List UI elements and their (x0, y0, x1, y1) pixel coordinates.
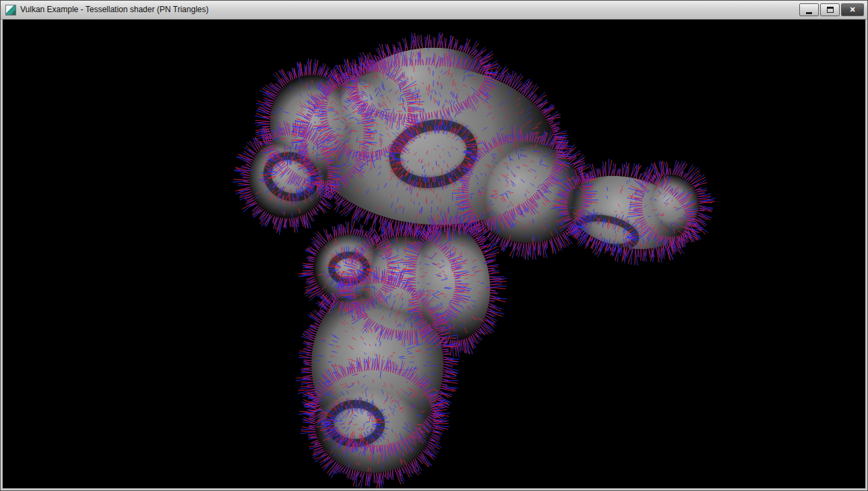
app-icon (5, 5, 16, 16)
close-icon: ✕ (849, 6, 855, 13)
title-bar[interactable]: Vulkan Example - Tessellation shader (PN… (1, 1, 867, 20)
app-window: Vulkan Example - Tessellation shader (PN… (0, 0, 868, 491)
maximize-button[interactable] (820, 3, 840, 16)
maximize-icon (827, 7, 834, 13)
viewport (3, 20, 865, 488)
window-title: Vulkan Example - Tessellation shader (PN… (20, 1, 799, 19)
viewport-canvas[interactable] (3, 20, 865, 488)
minimize-button[interactable] (799, 3, 819, 16)
close-button[interactable]: ✕ (841, 3, 864, 16)
window-controls: ✕ (799, 3, 864, 16)
minimize-icon (806, 12, 812, 14)
